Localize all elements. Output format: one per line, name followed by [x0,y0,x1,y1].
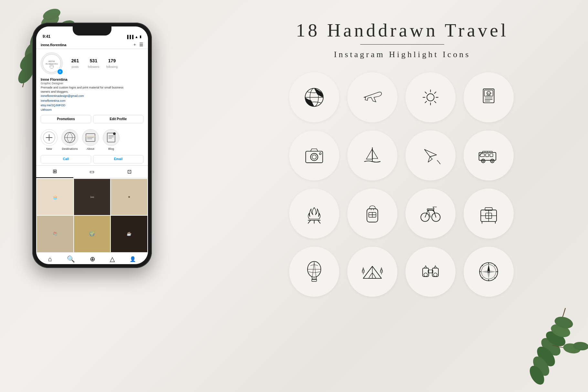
binoculars-icon-circle [405,247,456,297]
svg-point-35 [113,132,116,135]
profile-link-website[interactable]: ireneflorentina.com [41,98,143,103]
profile-link-email[interactable]: ireneflorentinadesign@gmail.com [41,94,143,98]
edit-profile-button[interactable]: Edit Profile [93,115,143,123]
compass-icon-circle [464,247,514,297]
stat-posts-number: 261 [68,58,82,63]
action-row: Call Email [36,153,148,165]
suitcase-icon [477,201,501,226]
highlight-new-circle [41,129,58,146]
paper-plane-icon [418,143,443,168]
svg-point-58 [312,155,316,159]
svg-point-59 [319,153,321,155]
stat-followers-number: 531 [86,58,101,63]
svg-rect-102 [432,268,438,276]
stat-following-label: following [106,65,118,68]
profile-top: IRENE FLORENTINA + 261 posts [41,52,143,75]
profile-buttons: Promotions Edit Profile [41,115,143,123]
svg-rect-86 [427,209,434,211]
main-title: 18 Handdrawn Travel [296,19,509,41]
stats-row: 261 posts 531 followers 179 following [68,58,143,69]
svg-line-45 [435,101,436,103]
svg-text:IRENE: IRENE [48,60,55,63]
highlight-destinations[interactable]: Destinations [61,129,78,150]
camera-icon [302,143,326,168]
nav-search-icon[interactable]: 🔍 [67,255,75,263]
highlight-new-label: New [46,147,52,150]
hot-air-balloon-icon [302,260,326,284]
highlight-blog-circle [103,129,120,146]
profile-link-location: Uithoorn [41,108,143,112]
highlight-new[interactable]: New [41,129,58,150]
stat-posts-label: posts [72,65,79,68]
svg-rect-101 [423,268,429,276]
bicycle-icon [418,201,443,226]
ig-username: irene.florentina [41,43,66,47]
status-time: 9:41 [43,34,50,39]
svg-point-57 [310,153,318,161]
plus-icon: + [133,42,136,47]
stat-following-number: 179 [105,58,119,63]
campfire-icon-circle [289,189,339,239]
call-button[interactable]: Call [41,155,91,163]
stat-followers-label: followers [88,65,100,68]
paper-plane-icon-circle [405,130,456,181]
suitcase-icon-circle [464,189,514,239]
sailboat-icon-circle [347,130,397,181]
van-icon-circle [464,130,514,181]
van-icon [477,143,501,168]
title-divider [360,44,444,45]
tab-grid[interactable]: ⊞ [36,166,73,178]
profile-name: Irene Florentina [41,77,143,81]
avatar-wrap: IRENE FLORENTINA + [41,52,63,75]
profile-section: IRENE FLORENTINA + 261 posts [36,49,148,126]
ig-header-icons: + ☰ [133,42,143,47]
nav-profile-icon[interactable]: 👤 [130,256,136,262]
signal-icon: ▐▐▐ [126,35,133,39]
svg-text:PASS: PASS [487,92,492,94]
photo-4[interactable]: 📚 [37,216,73,252]
photo-5[interactable]: 🌍 [74,216,110,252]
phone-mockup: 9:41 ▐▐▐ ▲ ▮ irene.florentina + ☰ [32,23,152,268]
airplane-icon [360,85,384,109]
phone-notch [73,26,111,36]
promotions-button[interactable]: Promotions [41,115,91,123]
tab-reels[interactable]: ▭ [73,166,110,178]
profile-links: ireneflorentinadesign@gmail.com ireneflo… [41,94,143,112]
photo-1[interactable]: 🧁 [37,179,73,215]
ig-tabs: ⊞ ▭ ⊡ [36,165,148,178]
avatar-add-button[interactable]: + [57,68,63,75]
email-button[interactable]: Email [93,155,143,163]
icons-grid: PASS PORT [276,72,528,298]
highlight-destinations-label: Destinations [62,147,78,150]
svg-line-61 [430,155,437,157]
svg-text:PORT: PORT [487,95,491,97]
binoculars-icon [418,260,443,284]
photo-grid: 🧁 🛏 ✦ 📚 🌍 ☕ [36,179,148,252]
highlight-blog[interactable]: Blog [103,129,120,150]
svg-line-47 [425,101,427,103]
svg-point-39 [427,94,434,101]
nav-add-icon[interactable]: ⊕ [90,255,95,263]
svg-point-105 [434,273,437,276]
passport-icon: PASS PORT [477,85,501,109]
svg-point-67 [483,160,484,162]
photo-3[interactable]: ✦ [111,179,147,215]
globe-icon-circle [289,72,339,122]
campfire-icon [302,201,326,226]
highlight-about-label: About [87,147,94,150]
highlight-about[interactable]: About [82,129,99,150]
photo-2[interactable]: 🛏 [74,179,110,215]
sun-icon [418,85,443,109]
profile-link-etsy[interactable]: etsy.me/2QJMFOD [41,103,143,108]
sailboat-icon [360,143,384,168]
tab-tagged[interactable]: ⊡ [111,166,148,178]
passport-icon-circle: PASS PORT [464,72,514,122]
globe-icon [302,85,326,109]
hot-air-balloon-icon-circle [289,247,339,297]
highlight-blog-label: Blog [108,147,114,150]
nav-activity-icon[interactable]: △ [110,255,115,263]
photo-6[interactable]: ☕ [111,216,147,252]
svg-line-77 [318,220,320,223]
highlight-destinations-circle [61,129,78,146]
nav-home-icon[interactable]: ⌂ [48,255,52,263]
